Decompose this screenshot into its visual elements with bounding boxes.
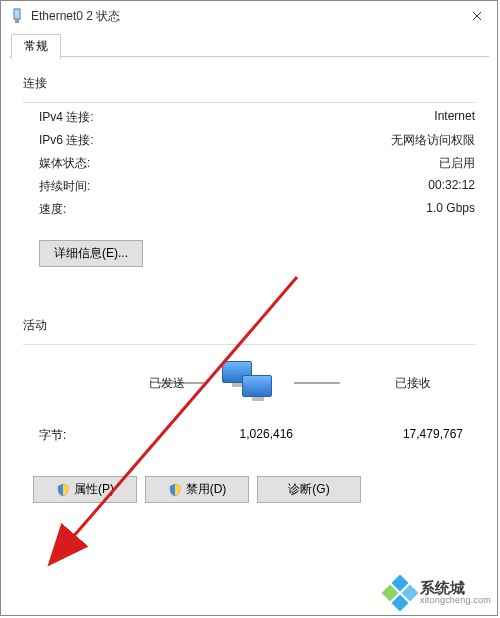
row-speed: 速度: 1.0 Gbps [23,201,475,218]
activity-line [294,382,340,384]
watermark-text: 系统城 [420,580,491,597]
properties-button[interactable]: 属性(P) [33,476,137,503]
divider [23,344,475,345]
bytes-received-value: 17,479,767 [293,427,475,444]
ipv4-value: Internet [434,109,475,126]
watermark: 系统城 xitongcheng.com [384,577,491,609]
shield-icon [56,483,70,497]
tabstrip: 常规 [9,33,489,57]
speed-label: 速度: [23,201,66,218]
duration-label: 持续时间: [23,178,90,195]
connection-section: 连接 IPv4 连接: Internet IPv6 连接: 无网络访问权限 媒体… [23,75,475,271]
media-label: 媒体状态: [23,155,90,172]
network-adapter-icon [9,8,25,24]
activity-graphic: 已发送 已接收 [23,361,475,405]
sent-label: 已发送 [149,375,185,392]
ipv6-label: IPv6 连接: [23,132,94,149]
tab-general[interactable]: 常规 [11,34,61,60]
properties-label: 属性(P) [74,481,114,498]
watermark-logo-icon [384,577,416,609]
diagnose-button[interactable]: 诊断(G) [257,476,361,503]
activity-section: 活动 已发送 已接收 字节: 1,026,416 17,479,767 [23,317,475,503]
row-duration: 持续时间: 00:32:12 [23,178,475,195]
bytes-row: 字节: 1,026,416 17,479,767 [23,427,475,444]
connection-header: 连接 [23,75,475,92]
speed-value: 1.0 Gbps [426,201,475,218]
divider [23,102,475,103]
tab-content: 连接 IPv4 连接: Internet IPv6 连接: 无网络访问权限 媒体… [1,57,497,509]
action-buttons: 属性(P) 禁用(D) 诊断(G) [33,476,475,503]
window-title: Ethernet0 2 状态 [31,8,457,25]
disable-button[interactable]: 禁用(D) [145,476,249,503]
svg-rect-0 [14,9,20,19]
network-computers-icon [218,361,280,405]
duration-value: 00:32:12 [428,178,475,195]
bytes-sent-value: 1,026,416 [143,427,293,444]
ipv6-value: 无网络访问权限 [391,132,475,149]
close-button[interactable] [457,1,497,31]
bytes-label: 字节: [23,427,143,444]
svg-rect-1 [15,19,19,23]
row-ipv6: IPv6 连接: 无网络访问权限 [23,132,475,149]
watermark-url: xitongcheng.com [420,596,491,606]
received-label: 已接收 [395,375,431,392]
diagnose-label: 诊断(G) [288,481,329,498]
details-button[interactable]: 详细信息(E)... [39,240,143,267]
media-value: 已启用 [439,155,475,172]
disable-label: 禁用(D) [186,481,227,498]
ipv4-label: IPv4 连接: [23,109,94,126]
titlebar: Ethernet0 2 状态 [1,1,497,31]
row-ipv4: IPv4 连接: Internet [23,109,475,126]
shield-icon [168,483,182,497]
ethernet-status-dialog: Ethernet0 2 状态 常规 连接 IPv4 连接: Internet I… [0,0,498,616]
activity-header: 活动 [23,317,475,334]
close-icon [472,8,482,24]
row-media: 媒体状态: 已启用 [23,155,475,172]
